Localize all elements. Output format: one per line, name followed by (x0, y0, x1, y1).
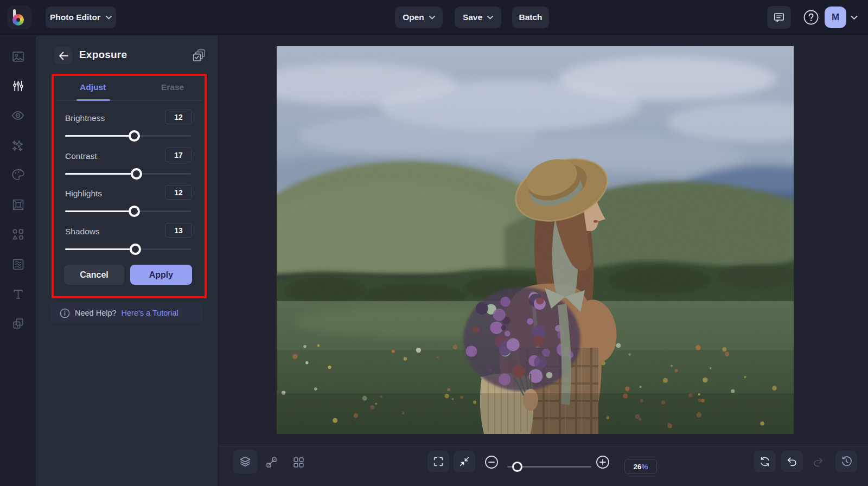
edit-adjustments-icon (11, 79, 25, 93)
redo-icon (812, 456, 824, 468)
top-bar: Photo Editor Open Save Batch M (0, 0, 868, 35)
tab-adjust[interactable]: Adjust (80, 82, 106, 92)
redo-button (810, 454, 826, 470)
slider-track[interactable] (65, 210, 191, 212)
fullscreen-button[interactable] (427, 451, 449, 472)
zoom-slider[interactable] (507, 466, 591, 468)
editor-canvas: 26% (219, 36, 868, 486)
question-mark-icon (803, 9, 819, 25)
graphics-shapes-icon (11, 227, 25, 241)
account-chevron-icon[interactable] (851, 16, 858, 20)
slider-track[interactable] (65, 248, 191, 250)
cancel-button[interactable]: Cancel (64, 265, 124, 285)
canvas-toolbar: 26% (219, 446, 868, 486)
photo-editor-menu[interactable]: Photo Editor (46, 7, 116, 28)
zoom-slider-knob[interactable] (512, 462, 522, 472)
exposure-panel: Exposure Adjust Erase Brightness12Contra… (36, 36, 219, 486)
zoom-in-icon (595, 455, 610, 470)
slider-row-brightness: Brightness12 (65, 112, 191, 144)
slider-track[interactable] (65, 135, 191, 137)
batch-button[interactable]: Batch (512, 7, 549, 28)
resize-diagonal-icon (265, 456, 278, 469)
history-icon (840, 456, 852, 468)
slider-value-field[interactable]: 12 (165, 185, 192, 200)
zoom-out-button[interactable] (483, 454, 500, 470)
tutorial-link[interactable]: Here's a Tutorial (122, 309, 178, 317)
undo-button[interactable] (781, 451, 803, 472)
save-button[interactable]: Save (455, 7, 501, 28)
comment-icon (773, 11, 785, 23)
adjust-erase-tabs: Adjust Erase (57, 81, 201, 101)
tab-erase[interactable]: Erase (161, 82, 184, 92)
tool-sidebar (0, 36, 36, 486)
batch-apply-copies-icon (192, 48, 207, 63)
sidebar-item-edit[interactable] (7, 75, 29, 97)
reset-icon (759, 456, 771, 468)
sidebar-item-frames[interactable] (7, 194, 29, 215)
fit-to-screen-button[interactable] (454, 451, 475, 472)
photo-image[interactable] (277, 46, 794, 434)
panel-actions: Cancel Apply (64, 265, 192, 285)
panel-title: Exposure (79, 49, 127, 61)
slider-thumb[interactable] (131, 168, 142, 180)
overlays-icon (11, 317, 25, 330)
photo-editor-label: Photo Editor (50, 12, 100, 22)
slider-thumb[interactable] (129, 130, 140, 142)
slider-row-shadows: Shadows13 (65, 225, 191, 258)
need-help-text: Need Help? (75, 309, 117, 317)
image-manager-icon (11, 50, 25, 63)
slider-label: Highlights (65, 189, 102, 199)
slider-value-field[interactable]: 12 (165, 110, 192, 124)
chevron-down-icon (487, 16, 493, 20)
sidebar-item-graphics[interactable] (7, 223, 29, 245)
grid-view-icon (292, 456, 305, 469)
slider-thumb[interactable] (129, 206, 140, 217)
slider-label: Shadows (65, 227, 100, 236)
slider-track[interactable] (65, 173, 191, 175)
account-avatar[interactable]: M (825, 7, 846, 28)
textures-icon (11, 258, 25, 271)
chevron-down-icon (429, 16, 435, 20)
sidebar-item-image-manager[interactable] (7, 46, 29, 67)
open-button[interactable]: Open (395, 7, 443, 28)
chevron-down-icon (106, 16, 112, 20)
slider-label: Brightness (65, 113, 105, 123)
back-button[interactable] (54, 47, 72, 65)
sidebar-item-touch-up[interactable] (7, 105, 29, 126)
artsy-palette-icon (11, 168, 25, 182)
slider-thumb[interactable] (130, 244, 141, 255)
sidebar-item-effects[interactable] (7, 135, 29, 156)
zoom-out-icon (484, 455, 499, 470)
undo-icon (786, 456, 798, 468)
sidebar-item-text[interactable] (7, 283, 29, 305)
back-arrow-icon (59, 52, 68, 60)
batch-apply-button[interactable] (192, 48, 207, 63)
slider-label: Contrast (65, 151, 97, 161)
feedback-button[interactable] (767, 6, 791, 29)
history-button[interactable] (835, 451, 857, 472)
resize-button[interactable] (263, 454, 279, 470)
active-tab-underline (76, 99, 110, 101)
layers-icon (239, 455, 252, 468)
zoom-percent-field[interactable]: 26% (624, 459, 657, 474)
zoom-in-button[interactable] (595, 454, 611, 470)
fit-to-screen-icon (458, 456, 470, 468)
slider-value-field[interactable]: 13 (165, 223, 192, 238)
need-help-row: Need Help? Here's a Tutorial (51, 303, 203, 323)
layers-button[interactable] (233, 450, 257, 474)
sidebar-item-overlays[interactable] (7, 312, 29, 334)
help-button[interactable] (802, 8, 820, 27)
apply-button[interactable]: Apply (130, 265, 192, 285)
fullscreen-icon (432, 456, 444, 468)
slider-row-highlights: Highlights12 (65, 187, 191, 220)
effects-sparkles-icon (11, 138, 25, 152)
grid-view-button[interactable] (290, 454, 307, 470)
reset-button[interactable] (754, 451, 776, 472)
slider-value-field[interactable]: 17 (165, 148, 192, 162)
touch-up-eye-icon (11, 108, 25, 123)
info-icon (60, 308, 70, 318)
sidebar-item-textures[interactable] (7, 253, 29, 275)
befunky-logo[interactable] (8, 5, 31, 29)
logo-b-icon (12, 9, 27, 25)
sidebar-item-artsy[interactable] (7, 164, 29, 186)
